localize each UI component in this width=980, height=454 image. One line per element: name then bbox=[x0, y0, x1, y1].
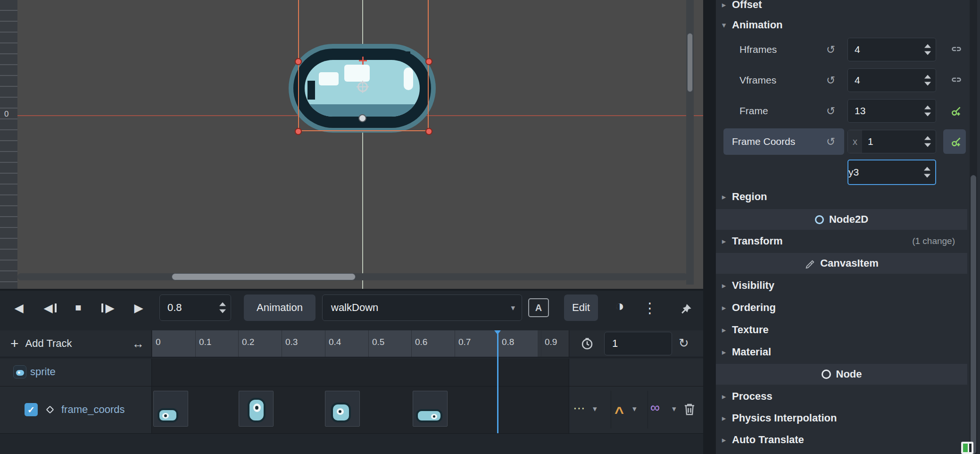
pan-timeline-icon[interactable]: ↔ bbox=[132, 336, 144, 351]
timeline-tick: 0.9 bbox=[541, 330, 557, 357]
section-visibility[interactable]: ▸ Visibility bbox=[716, 275, 967, 296]
revert-icon[interactable]: ↺ bbox=[826, 74, 835, 87]
anchor-gizmo[interactable] bbox=[358, 114, 366, 122]
transform-changes-note: (1 change) bbox=[912, 236, 955, 246]
sprite2d-node-icon bbox=[13, 365, 26, 378]
section-auto-translate[interactable]: ▸ Auto Translate bbox=[716, 429, 967, 451]
play-backwards-from-end-button[interactable]: ◀ bbox=[39, 294, 61, 321]
section-animation[interactable]: ▾ Animation bbox=[716, 14, 967, 36]
selection-handle[interactable] bbox=[295, 128, 302, 135]
section-physics-interpolation[interactable]: ▸ Physics Interpolation bbox=[716, 407, 967, 429]
add-track-button[interactable]: + Add Track bbox=[10, 335, 72, 353]
viewport-h-scrollbar-thumb[interactable] bbox=[172, 273, 356, 280]
viewport-v-scrollbar-thumb[interactable] bbox=[687, 33, 693, 92]
spinner-arrows-icon[interactable] bbox=[924, 106, 931, 117]
pivot-marker[interactable] bbox=[359, 57, 367, 65]
track-row-sprite[interactable]: sprite bbox=[0, 359, 703, 386]
more-options-button[interactable]: ⋮ bbox=[640, 294, 659, 321]
section-offset[interactable]: ▸ Offset bbox=[716, 0, 967, 16]
section-transform[interactable]: ▸ Transform (1 change) bbox=[716, 230, 967, 252]
property-frame-coords: Frame Coords ↺ x 1 bbox=[716, 127, 967, 156]
viewport-v-scrollbar[interactable] bbox=[686, 0, 694, 285]
autoplay-on-load-button[interactable]: A bbox=[528, 298, 549, 317]
keyframe-thumbnail[interactable] bbox=[325, 391, 360, 427]
selection-handle[interactable] bbox=[295, 58, 302, 65]
step-spinbox[interactable]: 1 bbox=[604, 332, 672, 355]
timeline-ruler[interactable]: 0 0.1 0.2 0.3 0.4 0.5 0.6 0.7 0.8 0.9 bbox=[152, 330, 569, 357]
autoplay-icon: A bbox=[535, 303, 542, 313]
stop-button[interactable]: ■ bbox=[67, 294, 90, 321]
move-gizmo[interactable] bbox=[357, 82, 368, 92]
update-mode-icon[interactable]: ⋯ bbox=[573, 402, 586, 414]
track-options-cell: ⋯ ▾ ^ ▾ ∞ ▾ bbox=[569, 386, 703, 433]
node2d-icon bbox=[815, 215, 824, 224]
insert-key-icon[interactable] bbox=[946, 135, 967, 148]
section-ordering[interactable]: ▸ Ordering bbox=[716, 297, 967, 319]
timeline-tick: 0.6 bbox=[411, 330, 427, 357]
end-bar-icon bbox=[55, 303, 57, 312]
viewport-h-scrollbar[interactable] bbox=[17, 273, 688, 280]
revert-icon[interactable]: ↺ bbox=[826, 135, 835, 148]
animation-select[interactable]: walkDown ▾ bbox=[322, 294, 522, 321]
interpolation-mode-icon[interactable]: ^ bbox=[615, 404, 624, 420]
loop-wrap-mode-icon[interactable]: ∞ bbox=[650, 401, 660, 414]
add-track-label: Add Track bbox=[25, 337, 72, 350]
keyframe-thumbnail[interactable] bbox=[239, 391, 274, 427]
play-backwards-button[interactable]: ◀ bbox=[8, 294, 30, 321]
frame-coords-y-spinbox[interactable]: y 3 bbox=[847, 160, 936, 185]
inspector: ▸ Offset ▾ Animation Hframes ↺ 4 Vframes… bbox=[715, 0, 980, 454]
edit-button[interactable]: Edit bbox=[564, 294, 598, 321]
selection-rect[interactable] bbox=[298, 0, 429, 131]
section-material[interactable]: ▸ Material bbox=[716, 341, 967, 363]
frame-coords-x-spinbox[interactable]: x 1 bbox=[847, 130, 936, 153]
onion-skinning-icon: ◑ bbox=[615, 297, 624, 315]
godot-editor: 0 ◀ ◀ ■ ▶ ▶ 0.8 bbox=[0, 0, 980, 454]
inspector-scrollbar[interactable] bbox=[970, 0, 977, 454]
track-row-frame-coords[interactable]: ✓ frame_coords bbox=[0, 386, 703, 433]
insert-key-icon[interactable] bbox=[946, 105, 967, 117]
hframes-spinbox[interactable]: 4 bbox=[847, 38, 936, 61]
category-node: Node bbox=[716, 364, 967, 385]
chevron-down-icon[interactable]: ▾ bbox=[672, 405, 676, 413]
spinner-arrows-icon[interactable] bbox=[924, 167, 931, 178]
frame-spinbox[interactable]: 13 bbox=[847, 99, 936, 123]
chevron-down-icon[interactable]: ▾ bbox=[632, 405, 637, 413]
track-name-cell: sprite bbox=[0, 359, 152, 386]
play-icon: ▶ bbox=[134, 301, 143, 315]
plus-icon: + bbox=[10, 335, 19, 353]
spinner-arrows-icon[interactable] bbox=[924, 136, 931, 147]
delete-track-icon[interactable] bbox=[682, 402, 697, 416]
selection-handle[interactable] bbox=[425, 128, 432, 135]
loop-animation-icon[interactable]: ↻ bbox=[679, 336, 689, 351]
canvas-viewport[interactable]: 0 bbox=[0, 0, 703, 289]
track-enabled-checkbox[interactable]: ✓ bbox=[25, 403, 38, 416]
playhead[interactable] bbox=[497, 330, 498, 433]
keyframe-thumbnail[interactable] bbox=[153, 391, 188, 427]
play-button[interactable]: ▶ bbox=[127, 294, 150, 321]
spinner-arrows-icon[interactable] bbox=[924, 44, 931, 55]
play-backwards-icon: ◀ bbox=[14, 301, 23, 315]
chevron-down-icon[interactable]: ▾ bbox=[593, 405, 597, 413]
track-node-name: sprite bbox=[30, 366, 56, 378]
play-from-start-button[interactable]: ▶ bbox=[97, 294, 119, 321]
revert-icon[interactable]: ↺ bbox=[826, 105, 835, 118]
pin-bottom-panel-button[interactable] bbox=[675, 296, 696, 323]
speed-spinbox[interactable]: 0.8 bbox=[159, 294, 231, 321]
animation-menu-button[interactable]: Animation bbox=[244, 294, 316, 321]
selection-handle[interactable] bbox=[425, 58, 432, 65]
keyframe-thumbnail[interactable] bbox=[413, 391, 448, 427]
corner-popup bbox=[961, 442, 973, 454]
onion-skinning-button[interactable]: ◑ bbox=[608, 293, 631, 319]
revert-icon[interactable]: ↺ bbox=[826, 43, 835, 56]
timeline-tick: 0.4 bbox=[325, 330, 341, 357]
chevron-right-icon: ▸ bbox=[716, 303, 732, 313]
chevron-right-icon: ▸ bbox=[716, 347, 732, 357]
section-process[interactable]: ▸ Process bbox=[716, 386, 967, 407]
spinner-arrows-icon[interactable] bbox=[219, 303, 226, 313]
inspector-scrollbar-thumb[interactable] bbox=[971, 175, 976, 454]
spinner-arrows-icon[interactable] bbox=[924, 75, 931, 86]
section-texture[interactable]: ▸ Texture bbox=[716, 319, 967, 341]
section-region[interactable]: ▸ Region bbox=[716, 186, 967, 208]
vframes-spinbox[interactable]: 4 bbox=[847, 68, 936, 92]
snap-clock-icon[interactable] bbox=[581, 337, 594, 350]
